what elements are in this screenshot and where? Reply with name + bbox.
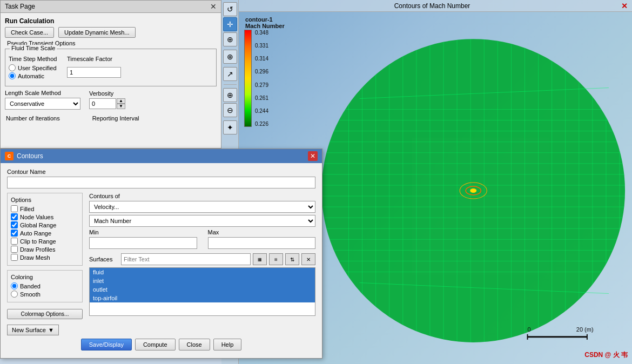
surface-btn-4[interactable]: ✕ [301, 253, 315, 265]
colorbar: 0.348 0.331 0.314 0.296 0.279 0.261 0.24… [244, 30, 268, 127]
contours-dialog: C Contours ✕ Contour Name contour-1 Opti… [0, 149, 322, 359]
auto-range-checkbox[interactable] [11, 230, 18, 237]
global-range-label: Global Range [20, 222, 56, 228]
run-calculation-title: Run Calculation [5, 17, 217, 25]
colorbar-value-7: 0.226 [255, 121, 268, 127]
fluid-time-scale-title: Fluid Time Scale [10, 45, 57, 51]
colorbar-value-0: 0.348 [255, 30, 268, 36]
contour-name-label: Contour Name [7, 168, 315, 175]
verbosity-down-btn[interactable]: ▼ [117, 104, 125, 109]
task-page-title-text: Task Page [5, 3, 35, 10]
zoom-out-tool-btn[interactable]: ⊕ [223, 50, 237, 64]
automatic-label: Automatic [18, 73, 44, 79]
select-tool-btn[interactable]: ✛ [223, 17, 237, 31]
contours-field-select[interactable]: Mach Number X Velocity Y Velocity [89, 215, 315, 227]
colorbar-value-3: 0.296 [255, 69, 268, 75]
draw-profiles-checkbox[interactable] [11, 246, 18, 253]
timescale-factor-label: Timescale Factor [67, 56, 121, 62]
draw-profiles-label: Draw Profiles [20, 246, 55, 253]
action-buttons-row: Save/Display Compute Close Help [7, 339, 315, 353]
draw-mesh-checkbox[interactable] [11, 254, 18, 261]
num-iterations-label: Number of Iterations [6, 115, 60, 122]
surface-btn-3[interactable]: ⇅ [285, 253, 299, 265]
max-label: Max [208, 229, 316, 235]
coloring-title: Coloring [11, 274, 79, 280]
clip-range-checkbox[interactable] [11, 238, 18, 245]
dialog-titlebar: C Contours ✕ [1, 149, 322, 163]
colormap-options-button[interactable]: Colormap Options... [7, 309, 83, 319]
contours-of-label: Contours of [89, 193, 315, 199]
zoom-in-tool-btn[interactable]: ⊕ [223, 32, 237, 46]
close-button[interactable]: Close [179, 339, 210, 350]
new-surface-button[interactable]: New Surface ▼ [7, 325, 59, 335]
options-group: Options Filled Node Values Global Range [7, 193, 83, 266]
coloring-group: Coloring Banded Smooth [7, 270, 83, 302]
surfaces-label: Surfaces [89, 256, 119, 262]
node-values-checkbox[interactable] [11, 213, 18, 220]
draw-mesh-label: Draw Mesh [20, 254, 50, 261]
surface-item-top-airfoil[interactable]: top-airfoil [90, 294, 315, 302]
user-specified-radio[interactable] [9, 64, 16, 71]
surface-item-fluid[interactable]: fluid [90, 268, 315, 277]
filled-checkbox[interactable] [11, 205, 18, 212]
check-case-button[interactable]: Check Case... [5, 27, 54, 38]
mesh-grid-vertical [349, 39, 620, 342]
misc-tool-btn[interactable]: ✦ [223, 120, 237, 134]
zoom-box-tool-btn[interactable]: ⊖ [223, 103, 237, 117]
viz-title-bar: Contours of Mach Number ✕ [239, 0, 632, 12]
min-input[interactable]: 6.56997e-06 [89, 237, 197, 249]
reporting-interval-label: Reporting Interval [92, 115, 139, 122]
node-values-label: Node Values [20, 214, 53, 220]
colorbar-value-5: 0.261 [255, 95, 268, 101]
colorbar-value-2: 0.314 [255, 56, 268, 62]
contours-category-select[interactable]: Velocity... Pressure... Temperature... [89, 201, 315, 213]
verbosity-input[interactable] [89, 98, 116, 109]
task-page-titlebar: Task Page ✕ [1, 1, 221, 13]
dialog-title-text: Contours [17, 152, 43, 160]
options-title: Options [11, 197, 79, 203]
colorbar-value-6: 0.244 [255, 108, 268, 114]
clip-range-label: Clip to Range [20, 238, 56, 245]
max-input[interactable]: 0.3484414 [208, 237, 316, 249]
verbosity-up-btn[interactable]: ▲ [117, 98, 125, 104]
filled-label: Filled [20, 206, 34, 212]
user-specified-label: User Specified [18, 65, 57, 71]
length-scale-select[interactable]: Conservative Aggressive Custom [5, 98, 80, 110]
surface-btn-1[interactable]: ▦ [253, 253, 267, 265]
surface-item-outlet[interactable]: outlet [90, 285, 315, 294]
watermark: CSDN @ 火 韦 [584, 350, 628, 360]
viz-close-btn[interactable]: ✕ [621, 2, 628, 10]
new-surface-arrow-icon: ▼ [48, 327, 54, 333]
colorbar-value-1: 0.331 [255, 43, 268, 49]
banded-radio[interactable] [11, 282, 18, 289]
refresh-tool-btn[interactable]: ↺ [223, 2, 237, 16]
banded-label: Banded [20, 283, 41, 289]
fit-tool-btn[interactable]: ⊕ [223, 88, 237, 102]
smooth-label: Smooth [20, 291, 41, 298]
compute-button[interactable]: Compute [135, 339, 176, 350]
global-range-checkbox[interactable] [11, 221, 18, 228]
scale-zero: 0 [528, 326, 531, 333]
surface-btn-2[interactable]: ≡ [269, 253, 283, 265]
automatic-radio[interactable] [9, 72, 16, 79]
timescale-factor-input[interactable] [67, 67, 121, 78]
save-display-button[interactable]: Save/Display [81, 339, 132, 350]
update-mesh-button[interactable]: Update Dynamic Mesh... [58, 27, 135, 38]
verbosity-label: Verbosity [89, 90, 125, 97]
smooth-radio[interactable] [11, 291, 18, 298]
help-button[interactable]: Help [213, 339, 242, 350]
task-page-close-btn[interactable]: ✕ [210, 2, 217, 11]
task-page-panel: Task Page ✕ Run Calculation Check Case..… [0, 0, 221, 149]
min-label: Min [89, 229, 197, 235]
surfaces-list[interactable]: fluid inlet outlet top-airfoil [89, 267, 315, 316]
pick-tool-btn[interactable]: ↗ [223, 67, 237, 81]
viz-title: Contours of Mach Number [394, 2, 470, 10]
colorbar-value-4: 0.279 [255, 82, 268, 88]
dialog-close-button[interactable]: ✕ [308, 151, 318, 161]
hotspot [470, 188, 476, 193]
contour-name-input[interactable]: contour-1 [7, 177, 315, 188]
length-scale-method-label: Length Scale Method [5, 90, 80, 96]
surface-item-inlet[interactable]: inlet [90, 277, 315, 285]
filter-input[interactable] [121, 253, 251, 265]
dialog-icon: C [5, 152, 14, 160]
